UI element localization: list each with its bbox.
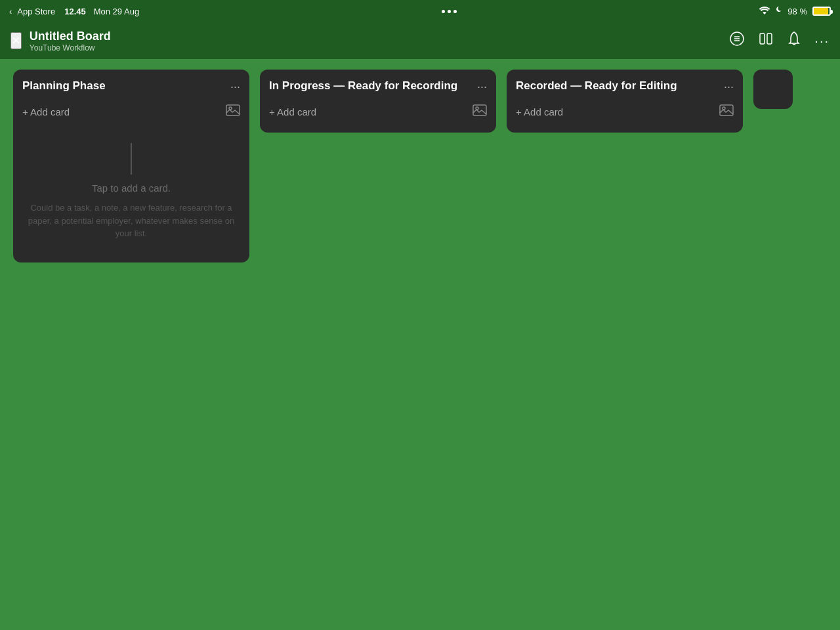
- nav-left: × Untitled Board YouTube Workflow: [10, 30, 111, 52]
- board-area: Planning Phase ··· + Add card Tap to add…: [0, 59, 840, 630]
- add-card-button-in-progress[interactable]: + Add card: [269, 106, 316, 117]
- column-recorded: Recorded — Ready for Editing ··· + Add c…: [507, 70, 743, 133]
- dot-1: [442, 10, 445, 13]
- add-card-button-recorded[interactable]: + Add card: [516, 106, 563, 117]
- board-subtitle: YouTube Workflow: [30, 43, 111, 52]
- dot-3: [453, 10, 457, 13]
- column-menu-recorded[interactable]: ···: [724, 79, 734, 94]
- add-card-row-in-progress: + Add card: [269, 100, 487, 123]
- cursor-line: [131, 143, 132, 175]
- image-icon-planning[interactable]: [226, 104, 240, 119]
- column-title-in-progress: In Progress — Ready for Recording: [269, 79, 477, 93]
- add-card-button-planning[interactable]: + Add card: [22, 106, 70, 117]
- filter-icon[interactable]: [729, 31, 745, 51]
- add-card-row-planning: + Add card: [22, 100, 240, 123]
- image-icon-in-progress[interactable]: [472, 104, 487, 119]
- board-info: Untitled Board YouTube Workflow: [30, 30, 111, 52]
- tooltip-body: Could be a task, a note, a new feature, …: [28, 201, 235, 240]
- svg-rect-4: [760, 33, 765, 44]
- status-right: 98 %: [759, 6, 831, 17]
- status-date: Mon 29 Aug: [94, 7, 139, 16]
- add-card-row-recorded: + Add card: [516, 100, 734, 123]
- column-in-progress: In Progress — Ready for Recording ··· + …: [260, 70, 496, 133]
- image-icon-recorded[interactable]: [719, 104, 734, 119]
- nav-bar: × Untitled Board YouTube Workflow: [0, 22, 840, 59]
- tooltip-title: Tap to add a card.: [92, 182, 171, 194]
- svg-rect-5: [767, 33, 772, 44]
- dot-2: [448, 10, 451, 13]
- column-menu-in-progress[interactable]: ···: [477, 79, 487, 94]
- status-center: [442, 10, 457, 13]
- more-icon[interactable]: ···: [814, 33, 830, 49]
- app-store-label: App Store: [17, 7, 55, 16]
- battery-label: 98 %: [788, 7, 807, 16]
- nav-right: ···: [729, 31, 830, 51]
- column-title-recorded: Recorded — Ready for Editing: [516, 79, 724, 93]
- column-header-in-progress: In Progress — Ready for Recording ···: [269, 79, 487, 94]
- close-button[interactable]: ×: [10, 32, 22, 49]
- status-left: ‹ App Store 12.45 Mon 29 Aug: [9, 7, 139, 16]
- tooltip-area: Tap to add a card. Could be a task, a no…: [22, 130, 240, 253]
- column-header-planning: Planning Phase ···: [22, 79, 240, 94]
- wifi-icon: [759, 6, 770, 17]
- columns-icon[interactable]: [758, 31, 774, 51]
- status-time: 12.45: [64, 7, 86, 16]
- board-title: Untitled Board: [30, 30, 111, 43]
- status-bar: ‹ App Store 12.45 Mon 29 Aug 98 %: [0, 0, 840, 22]
- column-header-recorded: Recorded — Ready for Editing ···: [516, 79, 734, 94]
- bell-icon[interactable]: [787, 31, 801, 51]
- moon-icon: [774, 6, 784, 17]
- back-arrow-icon: ‹: [9, 7, 12, 16]
- battery-icon: [812, 7, 831, 16]
- column-planning: Planning Phase ··· + Add card Tap to add…: [13, 70, 249, 262]
- column-partial: [753, 70, 793, 109]
- column-title-planning: Planning Phase: [22, 79, 230, 93]
- column-menu-planning[interactable]: ···: [230, 79, 240, 94]
